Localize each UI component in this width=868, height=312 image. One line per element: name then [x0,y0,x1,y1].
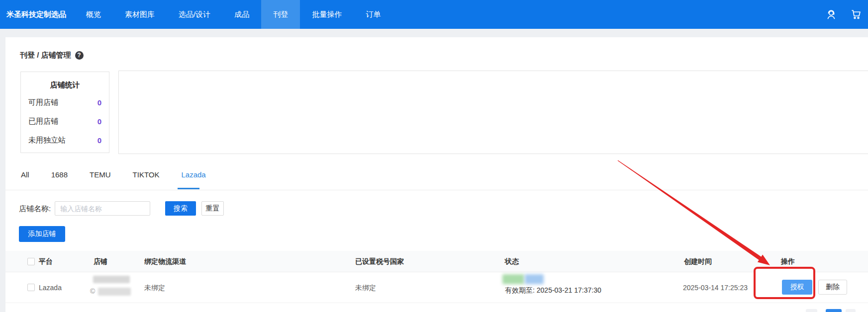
nav-item-material-library[interactable]: 素材图库 [113,0,167,29]
stat-value: 0 [97,136,101,145]
col-platform: 平台 [39,251,53,272]
pagination-prev-button[interactable] [806,309,817,312]
authorize-button[interactable]: 授权 [782,280,812,295]
tab-lazada[interactable]: Lazada [181,170,205,186]
nav-item-orders[interactable]: 订单 [354,0,392,29]
search-button[interactable]: 搜索 [165,201,196,216]
nav-item-selection-design[interactable]: 选品/设计 [167,0,222,29]
shop-name-input[interactable] [55,201,150,216]
stat-row-available: 可用店铺 0 [28,98,101,107]
help-icon[interactable]: ? [75,51,84,60]
delete-button[interactable]: 删除 [818,280,847,295]
stat-row-used: 已用店铺 0 [28,117,101,126]
redacted-status-badge-blue [525,274,544,284]
col-logistics: 绑定物流渠道 [144,251,186,272]
tab-tiktok[interactable]: TIKTOK [133,170,160,186]
row-actions: 授权 删除 [782,280,847,295]
tabs-divider [5,190,868,190]
stat-value: 0 [97,98,101,107]
stat-label: 已用店铺 [28,117,58,126]
col-shop: 店铺 [94,251,107,272]
redacted-status-badge-green [502,274,524,284]
cell-logistics: 未绑定 [144,272,165,303]
cell-status-expiry: 有效期至: 2025-03-21 17:37:30 [505,286,601,295]
nav-right-icons [825,0,868,29]
col-tax-country: 已设置税号国家 [355,251,404,272]
stat-row-unused-sites: 未用独立站 0 [28,136,101,145]
shop-name-label: 店铺名称: [19,204,51,214]
breadcrumb: 刊登 / 店铺管理 ? [20,50,84,60]
active-tab-underline [178,188,199,189]
tab-1688[interactable]: 1688 [51,170,68,186]
col-created: 创建时间 [684,251,712,272]
stat-label: 可用店铺 [28,98,58,107]
select-all-checkbox[interactable] [27,258,35,265]
pagination-current-page[interactable] [826,309,842,312]
reset-button[interactable]: 重置 [201,201,224,216]
cell-created-at: 2025-03-14 17:25:23 [683,272,748,303]
table-header: 平台 店铺 绑定物流渠道 已设置税号国家 状态 创建时间 操作 [5,251,868,272]
tab-all[interactable]: All [21,170,29,186]
stat-label: 未用独立站 [28,136,66,145]
cell-tax-country: 未绑定 [355,272,376,303]
content-card: 刊登 / 店铺管理 ? 店铺统计 可用店铺 0 已用店铺 0 未用独立站 0 A… [5,37,868,312]
cell-platform: Lazada [39,272,62,303]
stats-title: 店铺统计 [28,80,101,90]
customer-service-icon[interactable] [825,8,837,20]
col-status: 状态 [505,251,519,272]
table-row: Lazada © 未绑定 未绑定 有效期至: 2025-03-21 17:37:… [5,272,868,303]
empty-panel [118,71,868,154]
stat-value: 0 [97,117,101,126]
tab-temu[interactable]: TEMU [90,170,111,186]
add-shop-button[interactable]: 添加店铺 [19,226,65,242]
nav-item-finished-products[interactable]: 成品 [222,0,261,29]
redacted-shop-name-line1 [93,276,130,283]
row-checkbox[interactable] [27,284,35,291]
platform-tabs: All 1688 TEMU TIKTOK Lazada [21,170,206,186]
shop-stats-panel: 店铺统计 可用店铺 0 已用店铺 0 未用独立站 0 [20,72,109,153]
shopping-cart-icon[interactable] [850,8,862,20]
nav-item-overview[interactable]: 概览 [74,0,113,29]
nav-item-batch-operations[interactable]: 批量操作 [300,0,354,29]
redacted-shop-name-line2 [98,288,131,296]
redacted-shop-name-hint: © [90,287,95,295]
pagination-next-button[interactable] [846,309,856,312]
top-nav: 米圣科技定制选品 概览 素材图库 选品/设计 成品 刊登 批量操作 订单 [0,0,868,29]
breadcrumb-text: 刊登 / 店铺管理 [20,51,71,60]
redacted-status-badges [502,274,544,284]
nav-item-publish[interactable]: 刊登 [261,0,300,29]
nav-brand[interactable]: 米圣科技定制选品 [0,0,74,29]
